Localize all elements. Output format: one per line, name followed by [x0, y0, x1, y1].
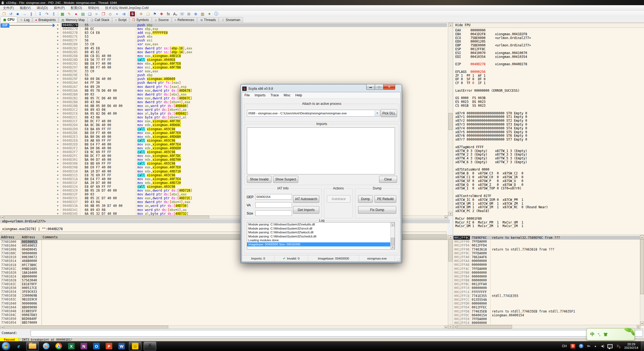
breakpoint-bullet[interactable]: ●	[57, 162, 58, 165]
register-line[interactable]: EBP 75BE0000 <urlmon.Ordinal277>	[453, 44, 644, 47]
register-line[interactable]: x87SW_C1 0 x87SW_C0 0 x87SW_IR 0	[453, 176, 644, 179]
bug-icon[interactable]: ✶	[206, 11, 213, 17]
chevron-down-icon[interactable]: ▼	[375, 110, 380, 116]
bookmark-icon[interactable]: ❖	[158, 11, 165, 17]
log-list[interactable]: Module parsing: C:\Windows\System32\netu…	[247, 222, 395, 249]
stack-row[interactable]: 0012FFB000000000	[453, 271, 640, 275]
register-line[interactable]: x87CW_DM 1 x87CW_IM 1 x87CW_RC 0 (Round …	[453, 206, 644, 209]
breakpoint-bullet[interactable]: ●	[57, 85, 58, 89]
chrome-icon[interactable]	[54, 342, 63, 350]
breakpoint-bullet[interactable]: ●	[57, 131, 58, 135]
register-line[interactable]: CS 001B SS 0023	[453, 104, 644, 108]
x32dbg-app-icon[interactable]	[146, 342, 154, 350]
onenote-icon[interactable]: N	[79, 342, 88, 350]
register-line[interactable]: ESI 00410070 xiongmao.00410070	[453, 51, 644, 55]
scylla-menu-imports[interactable]: Imports	[252, 93, 268, 97]
register-line[interactable]	[453, 213, 644, 217]
dump-row[interactable]: 77401030000517CE	[0, 286, 448, 290]
call-stack-icon[interactable]: ❏	[86, 11, 93, 17]
cpu-icon[interactable]: ▦	[59, 11, 66, 17]
stack-row[interactable]: 0012FFC4FFFFFFFF	[453, 290, 640, 294]
register-line[interactable]	[453, 59, 644, 63]
dump-row[interactable]: 7740102CE81870FF	[0, 282, 448, 286]
register-line[interactable]	[453, 85, 644, 89]
internet-explorer-icon[interactable]: e	[14, 342, 23, 350]
tab-cpu[interactable]: ▦CPU	[1, 17, 17, 22]
show-desktop-button[interactable]	[641, 341, 644, 351]
maximize-button[interactable]: ▢	[375, 84, 383, 90]
register-line[interactable]: OF 0 SF 0 DF 0	[453, 78, 644, 81]
register-line[interactable]: x87TW_6 3 (Empty) x87TW_7 3 (Empty)	[453, 160, 644, 164]
dump-row[interactable]: 774010248B000000	[0, 275, 448, 278]
log-scrollbar[interactable]: ▲ ▼	[390, 222, 395, 249]
disasm-row[interactable]: ●0040D27855push ebp	[0, 23, 448, 27]
report-icon[interactable]: ▥	[199, 11, 206, 17]
get-imports-button[interactable]: Get Imports	[293, 206, 319, 214]
stack-row[interactable]: 0012FFCC0135554A	[453, 298, 640, 302]
sogou-ime-icon[interactable]: S	[571, 344, 575, 349]
dump-row[interactable]: 7740102018A16400	[0, 271, 448, 275]
register-line[interactable]: x87r1 00000000000000000000 ST1 Empty 0	[453, 115, 644, 119]
stack-row[interactable]: 0012FFD8774635EBreturn to ntdll.774635EB…	[453, 310, 640, 313]
step-over-icon[interactable]: ↷	[43, 11, 50, 17]
log-line[interactable]: Module parsing: C:\Windows\System32\sche…	[247, 234, 395, 239]
dump-header-cell[interactable]: Comments	[43, 235, 58, 239]
log-icon[interactable]: ✎	[66, 11, 73, 17]
xiongmao-app-frame[interactable]: ☺	[129, 342, 141, 350]
script-icon[interactable]: ⌗	[93, 11, 100, 17]
register-line[interactable]	[453, 108, 644, 112]
breakpoint-bullet[interactable]: ●	[57, 100, 58, 104]
disasm-row[interactable]: ●0040D28289 45 E8mov dword ptr ss:[ebp-1…	[0, 46, 448, 50]
dump-row[interactable]: 7740101C09BD1685	[0, 267, 448, 271]
register-line[interactable]: MxCsr_FZ 0 MxCsr_PM 1 MxCsr_UM 1	[453, 221, 644, 225]
breakpoint-bullet[interactable]: ●	[57, 146, 58, 150]
register-line[interactable]: x87SW_B 0 x87SW_C3 0 x87SW_C2 0	[453, 172, 644, 176]
breakpoint-bullet[interactable]: ●	[57, 81, 58, 85]
register-line[interactable]: x87CW_PC 2 (Real8)	[453, 209, 644, 213]
references-icon[interactable]: ⌖	[114, 11, 120, 17]
file-explorer-frame[interactable]	[26, 342, 39, 350]
disasm-row[interactable]: ●0040D28033 C0xor eax,eax	[0, 42, 448, 46]
breakpoint-bullet[interactable]: ●	[57, 108, 58, 112]
breakpoint-bullet[interactable]: ●	[57, 73, 58, 77]
stack-row[interactable]: 0012FFC000000000	[453, 286, 640, 290]
register-line[interactable]	[453, 66, 644, 70]
breakpoint-bullet[interactable]: ●	[57, 139, 58, 142]
stack-row[interactable]: 0012FFAC7FFDA000	[453, 267, 640, 271]
register-line[interactable]: x87StatusWord 0000	[453, 168, 644, 172]
register-line[interactable]: x87ControlWord 027F	[453, 194, 644, 198]
stack-vscrollbar[interactable]: ▲ ▼	[640, 235, 644, 326]
register-line[interactable]: x87r6 00000000000000000000 ST6 Empty 0	[453, 134, 644, 138]
ime-skin-icon[interactable]	[604, 333, 608, 336]
stack-row[interactable]: 0012FFA07662A4F6	[453, 255, 640, 259]
register-line[interactable]: ZF 1 PF 1 AF 1	[453, 74, 644, 78]
stop-icon[interactable]: ■	[14, 11, 21, 17]
log-line[interactable]: Loading modules done.	[247, 238, 395, 242]
breakpoint-bullet[interactable]: ●	[57, 54, 58, 58]
register-line[interactable]: x87SW_I 0 x87SW_TOP 0 (ST0=x87r0)	[453, 187, 644, 191]
register-line[interactable]	[453, 142, 644, 145]
tab-symbols[interactable]: ❒Symbols	[129, 17, 152, 22]
dump-header-cell[interactable]: Address	[22, 235, 35, 239]
disasm-row[interactable]: ●0040D28DE8 56 77 FF FFcall xiongmao.404…	[0, 58, 448, 62]
tab-script[interactable]: ⌗Script	[112, 17, 129, 22]
breakpoint-bullet[interactable]: ●	[57, 200, 58, 204]
stack-row[interactable]: 0012FFB400000000	[453, 275, 640, 278]
tray-expand-icon[interactable]: ▲	[594, 345, 596, 347]
dump-header-cell[interactable]: Address	[1, 235, 14, 239]
register-line[interactable]: x87SW_SF 0 x87SW_P 0 x87SW_U 0	[453, 179, 644, 183]
disasm-row[interactable]: ●0040D29F68 69 D6 40 00push xiongmao.40D…	[0, 77, 448, 81]
stack-pane[interactable]: 0012FF8C7589EF6Creturn to kernel32.7589E…	[453, 235, 644, 329]
register-line[interactable]: EDI 00410354 xiongmao.00410354	[453, 55, 644, 59]
powerpoint-icon[interactable]: P	[104, 342, 114, 350]
phone-icon[interactable]: ☏	[179, 11, 185, 17]
stack-row[interactable]: 0012FFD40012FFEC	[453, 305, 640, 309]
breakpoint-bullet[interactable]: ●	[57, 35, 58, 38]
disasm-row[interactable]: ●0040D29C33 C0xor eax,eax	[0, 69, 448, 73]
disasm-vscrollbar[interactable]: ▲ ▼	[448, 23, 453, 216]
register-line[interactable]: CF 0 TF 0 IF 1	[453, 81, 644, 85]
register-line[interactable]: x87r2 00000000000000000000 ST2 Empty 0	[453, 119, 644, 123]
registers-pane[interactable]: Hide FPU EAX 00000000EBX 0041D2F8 xiongm…	[453, 22, 644, 235]
about-icon[interactable]: ⓘ	[213, 11, 220, 17]
comment-icon[interactable]: ❑	[144, 11, 151, 17]
